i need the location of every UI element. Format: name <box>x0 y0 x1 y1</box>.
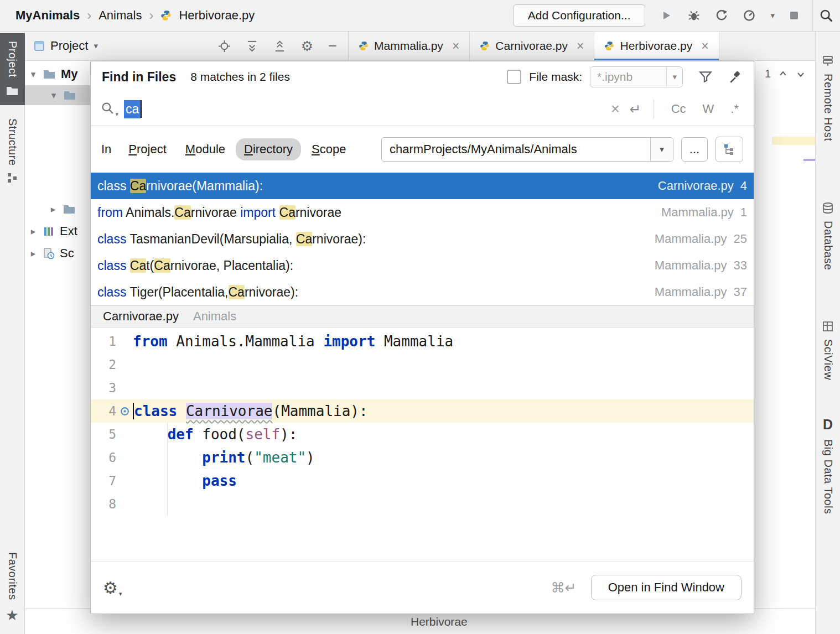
result-segment: rnivorae, Placentalia): <box>170 258 293 273</box>
whole-words-toggle[interactable]: W <box>703 102 714 116</box>
editor-find-navigation: 1 <box>765 67 806 80</box>
hide-panel-icon[interactable]: − <box>328 38 337 55</box>
project-structure-button[interactable] <box>715 137 743 162</box>
result-location: Mammalia.py37 <box>644 285 747 299</box>
tab-herbivorae[interactable]: Herbivorae.py × <box>594 32 719 60</box>
previous-occurrence-icon[interactable] <box>777 69 789 80</box>
left-tool-stripe: Project Structure Favorites ★ <box>0 32 25 634</box>
tool-window-button-sciview[interactable]: SciView <box>816 313 840 388</box>
run-icon[interactable] <box>660 9 673 22</box>
directory-path-combo[interactable]: charmProjects/MyAnimals/Animals ▾ <box>381 137 673 162</box>
regex-toggle[interactable]: .* <box>730 102 739 116</box>
tree-node-external-libraries[interactable]: ▸ Ext <box>29 221 77 241</box>
tool-window-button-project[interactable]: Project <box>0 33 25 105</box>
tool-window-button-favorites[interactable]: Favorites ★ <box>0 544 25 632</box>
close-icon[interactable]: × <box>701 39 708 54</box>
close-icon[interactable]: × <box>452 39 459 54</box>
filter-icon[interactable] <box>698 70 713 84</box>
open-in-find-window-button[interactable]: Open in Find Window <box>591 575 742 600</box>
bottom-panel-tab[interactable]: Herbivorae <box>411 615 468 628</box>
result-segment: TasmanianDevil(Marsupialia, <box>126 232 295 246</box>
breadcrumb-folder[interactable]: Animals <box>98 8 142 23</box>
preview-code-line[interactable]: 4class Carnivorae(Mammalia): <box>91 399 754 423</box>
add-configuration-button[interactable]: Add Configuration... <box>513 4 646 27</box>
tool-window-button-remote-host[interactable]: Remote Host <box>816 47 840 149</box>
preview-code-line[interactable]: 3 <box>91 376 754 399</box>
preview-code-line[interactable]: 5 def food(self): <box>91 423 754 446</box>
chevron-expanded-icon[interactable]: ▾ <box>29 69 38 80</box>
tool-window-button-structure[interactable]: Structure <box>0 111 25 191</box>
new-line-icon[interactable]: ↵ <box>630 101 641 117</box>
file-mask-value: *.ipynb <box>597 70 666 84</box>
code-token: self <box>246 426 281 443</box>
folder-icon <box>63 202 76 216</box>
chevron-down-icon[interactable]: ▾ <box>650 138 673 161</box>
preview-code-line[interactable]: 7 pass <box>91 469 754 492</box>
match-case-toggle[interactable]: Cc <box>671 102 686 116</box>
structure-stripe-label: Structure <box>6 118 19 166</box>
tree-node-selected[interactable]: ▾ <box>25 85 90 105</box>
scope-option-module[interactable]: Module <box>177 138 234 160</box>
scope-option-directory[interactable]: Directory <box>236 138 301 160</box>
tab-mammalia[interactable]: Mammalia.py × <box>349 32 470 60</box>
collapse-all-icon[interactable] <box>273 40 286 53</box>
find-result-row[interactable]: class Cat(Carnivorae, Placentalia):Mamma… <box>91 252 754 279</box>
breadcrumb-file[interactable]: Herbivorae.py <box>179 8 255 23</box>
search-query-text: ca <box>124 100 141 118</box>
preview-code-line[interactable]: 8 <box>91 492 754 516</box>
coverage-icon[interactable] <box>715 9 728 22</box>
locate-file-icon[interactable] <box>218 40 231 53</box>
pin-icon[interactable] <box>728 70 743 84</box>
editor-gutter: 6 <box>91 450 133 465</box>
next-occurrence-icon[interactable] <box>795 69 806 80</box>
mnemonic-letter: D <box>244 142 253 156</box>
find-result-row[interactable]: class Tiger(Placentalia,Carnivorae):Mamm… <box>91 279 754 305</box>
preview-file-name[interactable]: Carnivorae.py <box>103 309 179 324</box>
project-view-chevron-icon[interactable]: ▾ <box>94 41 98 51</box>
find-result-row[interactable]: class TasmanianDevil(Marsupialia, Carniv… <box>91 226 754 252</box>
file-mask-combo[interactable]: *.ipynb ▾ <box>590 66 683 87</box>
find-result-row[interactable]: from Animals.Carnivorae import Carnivora… <box>91 199 754 226</box>
editor-highlight-band <box>772 137 815 145</box>
preview-code-line[interactable]: 1from Animals.Mammalia import Mammalia <box>91 330 754 353</box>
file-mask-checkbox[interactable] <box>507 70 521 84</box>
project-panel-title[interactable]: Project <box>50 39 88 53</box>
chevron-collapsed-icon[interactable]: ▸ <box>49 204 58 215</box>
scope-option-scope[interactable]: Scope <box>303 138 354 160</box>
profiler-icon[interactable] <box>743 9 756 22</box>
tree-node-scratches[interactable]: ▸ Sc <box>29 243 74 263</box>
chevron-collapsed-icon[interactable]: ▸ <box>29 248 38 259</box>
debug-icon[interactable] <box>687 9 701 22</box>
tool-window-button-database[interactable]: Database <box>816 194 840 278</box>
clear-search-icon[interactable]: × <box>611 101 620 118</box>
tool-window-button-big-data-tools[interactable]: D Big Data Tools <box>816 409 840 522</box>
tree-node-root[interactable]: ▾ My <box>29 64 78 84</box>
search-input[interactable]: ca <box>124 100 604 118</box>
search-everywhere-button[interactable] <box>812 0 840 32</box>
chevron-collapsed-icon[interactable]: ▸ <box>29 226 38 237</box>
settings-gear-icon[interactable]: ⚙▾ <box>103 578 122 597</box>
tab-carnivorae[interactable]: Carnivorae.py × <box>470 32 594 60</box>
run-options-chevron-icon[interactable]: ▾ <box>770 11 775 20</box>
editor-tab-bar: Mammalia.py × Carnivorae.py × Herbivorae… <box>349 32 815 61</box>
find-result-row[interactable]: class Carnivorae(Mammalia):Carnivorae.py… <box>91 173 754 199</box>
breadcrumb-project[interactable]: MyAnimals <box>15 8 80 23</box>
chevron-down-icon[interactable]: ▾ <box>666 67 682 86</box>
chevron-expanded-icon[interactable]: ▾ <box>49 90 58 101</box>
preview-editor[interactable]: 1from Animals.Mammalia import Mammalia23… <box>91 328 754 561</box>
browse-directory-button[interactable]: ... <box>681 137 708 162</box>
close-icon[interactable]: × <box>577 39 584 54</box>
search-icon[interactable]: ▾ <box>101 101 117 117</box>
settings-gear-icon[interactable]: ⚙ <box>301 38 313 54</box>
scope-option-project[interactable]: Project <box>120 138 174 160</box>
code-token: Carnivorae <box>186 403 273 419</box>
stop-icon[interactable] <box>789 11 799 20</box>
expand-all-icon[interactable] <box>246 40 258 53</box>
tree-node-folder[interactable]: ▸ <box>49 199 76 219</box>
preview-code-line[interactable]: 2 <box>91 353 754 376</box>
big-data-tools-label: Big Data Tools <box>822 439 834 515</box>
result-segment: rnivorae): <box>312 232 366 246</box>
tree-node-label: My <box>61 67 78 81</box>
sciview-label: SciView <box>822 339 834 380</box>
preview-code-line[interactable]: 6 print("meat") <box>91 446 754 469</box>
